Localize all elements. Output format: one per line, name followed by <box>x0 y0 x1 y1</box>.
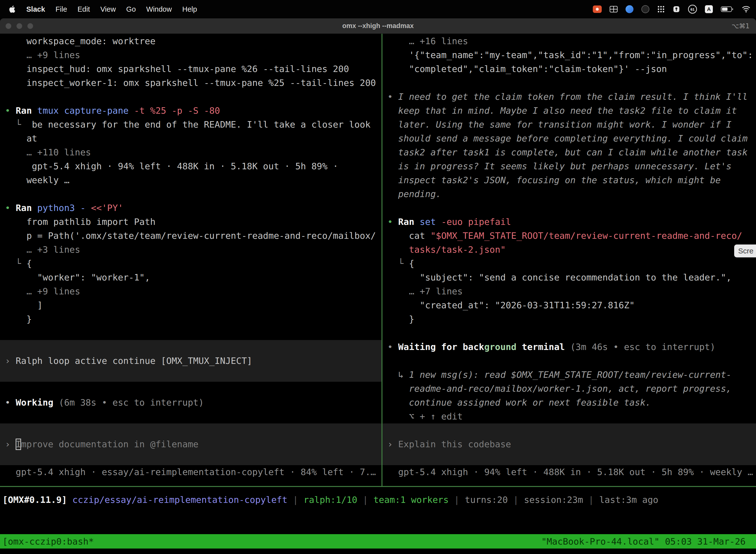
text-segment: cat <box>387 231 430 241</box>
battery-icon[interactable] <box>721 6 734 12</box>
terminal-line <box>5 326 377 340</box>
wifi-icon[interactable] <box>742 6 751 13</box>
terminal-line: • Ran tmux capture-pane -t %25 -p -S -80 <box>5 104 377 118</box>
terminal-pane-right[interactable]: … +16 lines '{"team_name":"my-team","tas… <box>382 34 756 486</box>
text-segment: from pathlib import Path <box>5 217 155 227</box>
terminal-line <box>387 326 751 340</box>
output-block: … +16 lines '{"team_name":"my-team","tas… <box>387 34 751 424</box>
text-segment: gpt-5.4 xhigh · essay/ai-reimplementatio… <box>5 467 376 477</box>
text-segment: Ran <box>16 203 32 213</box>
text-segment: └ <box>5 119 32 129</box>
app-icon-blue[interactable] <box>626 5 633 13</box>
text-segment: [omx-cczip0:bash* <box>2 536 94 547</box>
text-segment: ] <box>5 300 43 310</box>
text-segment: team:1 workers <box>374 495 449 505</box>
composer-band[interactable]: › Improve documentation in @filename <box>0 424 381 465</box>
text-segment: keep that in mind. Maybe I also need the… <box>387 106 737 116</box>
terminal-pane-left[interactable]: workspace_mode: worktree … +9 lines insp… <box>0 34 381 486</box>
battery-gauge-value: 61 <box>691 7 695 11</box>
terminal-line <box>5 409 377 424</box>
battery-gauge-icon[interactable]: 61 <box>688 5 697 14</box>
menu-go[interactable]: Go <box>126 5 136 13</box>
tmux-status-bar: [omx-cczip0:bash* "MacBook-Pro-44.local"… <box>0 534 756 549</box>
window-tiles-icon[interactable] <box>610 6 618 12</box>
text-segment: gpt-5.4 xhigh · 94% left · 488K in · 5.1… <box>387 467 753 477</box>
terminal-line: … +110 lines <box>5 146 377 159</box>
terminal-line <box>5 90 377 104</box>
text-segment: workspace_mode: worktree <box>5 36 155 46</box>
dots-grid-icon[interactable] <box>657 5 665 13</box>
text-segment: ground <box>484 342 516 352</box>
text-segment: continue assigned work or next feasible … <box>387 397 651 407</box>
terminal-line: } <box>387 312 751 326</box>
text-segment: <<'PY' <box>85 203 123 213</box>
text-segment: … +3 lines <box>5 244 80 255</box>
output-block: gpt-5.4 xhigh · 94% left · 488K in · 5.1… <box>387 465 751 479</box>
minimize-button[interactable] <box>16 23 22 29</box>
text-segment: tasks/task-2.json" <box>387 244 506 255</box>
text-segment: '{"team_name":"my-team","task_id":"1","f… <box>387 50 753 60</box>
menu-edit[interactable]: Edit <box>78 5 90 13</box>
menu-help[interactable]: Help <box>182 5 197 13</box>
text-segment: { <box>409 258 415 269</box>
window-title-bar[interactable]: omx --xhigh --madmax ⌥⌘1 <box>0 18 756 34</box>
text-segment: p = Path('.omx/state/team/review-current… <box>5 231 376 241</box>
text-segment: | <box>449 495 465 505</box>
text-segment: (6m 38s • esc to interrupt) <box>53 397 204 407</box>
screen-capture-overlay[interactable]: Scre <box>734 244 756 258</box>
text-segment: "$OMX_TEAM_STATE_ROOT/team/review-curren… <box>430 231 742 241</box>
zoom-button[interactable] <box>27 23 33 29</box>
text-segment: } <box>387 314 414 324</box>
pane-divider-horizontal[interactable] <box>0 486 756 487</box>
app-icon-dark[interactable] <box>641 5 649 13</box>
terminal-line <box>5 187 377 201</box>
text-segment: python3 - <box>32 203 85 213</box>
terminal-line: p = Path('.omx/state/team/review-current… <box>5 229 377 243</box>
text-segment: -euo pipefail <box>436 217 511 227</box>
menu-bar: Slack File Edit View Go Window Help <box>0 0 756 18</box>
text-segment: | <box>358 495 374 505</box>
terminal-line: "created_at": "2026-03-31T11:59:27.816Z" <box>387 298 751 312</box>
terminal-line: pending. <box>387 187 751 201</box>
text-segment: should send a message before completing … <box>387 133 748 144</box>
terminal-line: should send a message before completing … <box>387 131 751 146</box>
text-segment: Ralph loop active continue [OMX_TMUX_INJ… <box>16 356 252 366</box>
text-segment: inspect_worker-1: omx sparkshell --tmux-… <box>5 78 376 88</box>
password-key-icon[interactable] <box>673 5 680 13</box>
app-menu-slack[interactable]: Slack <box>26 5 45 13</box>
terminal-line: ⌥ + ↑ edit <box>387 409 751 424</box>
composer-band[interactable]: › Ralph loop active continue [OMX_TMUX_I… <box>0 340 381 382</box>
terminal-line: workspace_mode: worktree <box>5 34 377 48</box>
text-segment: inspect_hud: omx sparkshell --tmux-pane … <box>5 64 349 74</box>
close-button[interactable] <box>5 23 11 29</box>
output-block: • Working (6m 38s • esc to interrupt) <box>5 382 377 424</box>
text-segment: weekly … <box>5 175 69 185</box>
text-segment: last:3m ago <box>599 495 658 505</box>
input-source-icon[interactable]: A <box>705 5 713 13</box>
text-segment: inspect task2's JSON, focusing on the st… <box>387 175 721 185</box>
text-segment: ralph:1/10 <box>304 495 358 505</box>
menu-window[interactable]: Window <box>146 5 172 13</box>
terminal-line: • I need to get the claim token from the… <box>387 90 751 104</box>
text-segment: • <box>5 106 16 116</box>
menu-file[interactable]: File <box>56 5 67 13</box>
tmux-hostname-clock: "MacBook-Pro-44.local" 05:03 31-Mar-26 <box>541 536 746 547</box>
terminal-line: • Waiting for background terminal (3m 46… <box>387 340 751 354</box>
text-segment: Explain this codebase <box>398 439 511 449</box>
text-segment: ↳ 1 new msg(s): read $OMX_TEAM_STATE_ROO… <box>387 370 732 380</box>
terminal-line: • Working (6m 38s • esc to interrupt) <box>5 396 377 409</box>
text-segment: › <box>387 439 398 449</box>
composer-band[interactable]: › Explain this codebase <box>382 424 756 465</box>
text-segment: be necessary for the end of the README. … <box>32 119 370 129</box>
apple-menu-icon[interactable] <box>8 5 16 13</box>
screen-recording-indicator-icon[interactable] <box>593 5 602 13</box>
text-segment: [OMX#0.11.9] <box>2 495 72 505</box>
terminal-line: … +16 lines <box>387 34 751 48</box>
text-segment: • <box>387 92 398 102</box>
terminal-line: • Ran set -euo pipefail <box>387 215 751 229</box>
text-segment: • <box>387 342 398 352</box>
window-shortcut-badge: ⌥⌘1 <box>732 22 750 30</box>
text-segment: … +9 lines <box>5 286 80 296</box>
terminal-line: … +7 lines <box>387 284 751 298</box>
menu-view[interactable]: View <box>101 5 116 13</box>
